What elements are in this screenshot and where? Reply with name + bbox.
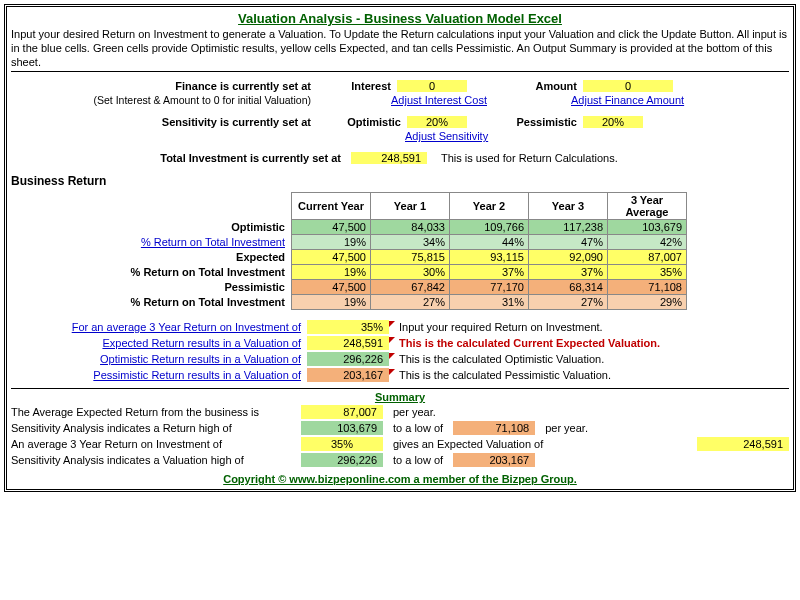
returns-table: Current YearYear 1Year 2Year 33 Year Ave… (11, 192, 687, 310)
table-cell: 92,090 (529, 250, 608, 265)
optimistic-label: Optimistic (311, 116, 407, 128)
table-cell: 44% (450, 235, 529, 250)
table-cell: 19% (292, 265, 371, 280)
table-cell: 37% (529, 265, 608, 280)
table-header: Year 3 (529, 193, 608, 220)
valuation-link[interactable]: Pessimistic Return results in a Valuatio… (93, 369, 301, 381)
valuation-value: 248,591 (307, 336, 389, 350)
valuation-note: This is the calculated Current Expected … (397, 337, 660, 349)
valuation-value: 296,226 (307, 352, 389, 366)
comment-indicator-icon (389, 369, 397, 381)
table-cell: 35% (608, 265, 687, 280)
summary-text: per year. (383, 406, 436, 418)
table-cell: 19% (292, 235, 371, 250)
summary-line: An average 3 Year Return on Investment o… (11, 438, 301, 450)
table-cell: 42% (608, 235, 687, 250)
table-header: Year 2 (450, 193, 529, 220)
pessimistic-label: Pessimistic (467, 116, 583, 128)
valuation-value: 35% (307, 320, 389, 334)
table-cell: 47,500 (292, 250, 371, 265)
investment-note: This is used for Return Calculations. (441, 152, 618, 164)
table-cell: 30% (371, 265, 450, 280)
optimistic-value[interactable]: 20% (407, 116, 467, 128)
table-cell: 47,500 (292, 220, 371, 235)
pessimistic-value[interactable]: 20% (583, 116, 643, 128)
table-cell: 67,842 (371, 280, 450, 295)
investment-label: Total Investment is currently set at (11, 152, 341, 164)
valuation-link[interactable]: Optimistic Return results in a Valuation… (100, 353, 301, 365)
table-header: Year 1 (371, 193, 450, 220)
copyright-text: Copyright © www.bizpeponline.com a membe… (11, 473, 789, 485)
summary-text: per year. (535, 422, 588, 434)
summary-text: gives an Expected Valuation of (383, 438, 553, 450)
investment-value[interactable]: 248,591 (351, 152, 427, 164)
table-cell: 31% (450, 295, 529, 310)
return-row-label: Optimistic (231, 221, 285, 233)
finance-label: Finance is currently set at (11, 80, 311, 92)
adjust-amount-link[interactable]: Adjust Finance Amount (571, 94, 684, 106)
table-cell: 29% (608, 295, 687, 310)
summary-value: 296,226 (301, 453, 383, 467)
summary-header: Summary (11, 388, 789, 403)
comment-indicator-icon (389, 321, 397, 333)
table-cell: 34% (371, 235, 450, 250)
table-cell: 84,033 (371, 220, 450, 235)
valuation-note: Input your required Return on Investment… (397, 321, 603, 333)
instructions-text: Input your desired Return on Investment … (11, 28, 789, 72)
summary-line: Sensitivity Analysis indicates a Valuati… (11, 454, 301, 466)
amount-value[interactable]: 0 (583, 80, 673, 92)
table-cell: 103,679 (608, 220, 687, 235)
page-title: Valuation Analysis - Business Valuation … (11, 9, 789, 28)
valuation-link[interactable]: Expected Return results in a Valuation o… (102, 337, 301, 349)
return-row-label: Pessimistic (224, 281, 285, 293)
summary-value: 71,108 (453, 421, 535, 435)
summary-value: 203,167 (453, 453, 535, 467)
summary-line: The Average Expected Return from the bus… (11, 406, 301, 418)
return-row-label: Expected (236, 251, 285, 263)
finance-hint: (Set Interest & Amount to 0 for initial … (11, 94, 311, 106)
summary-value: 87,007 (301, 405, 383, 419)
comment-indicator-icon (389, 337, 397, 349)
table-header: 3 Year Average (608, 193, 687, 220)
table-cell: 93,115 (450, 250, 529, 265)
return-row-link[interactable]: % Return on Total Investment (141, 236, 285, 248)
interest-value[interactable]: 0 (397, 80, 467, 92)
adjust-interest-link[interactable]: Adjust Interest Cost (391, 94, 487, 106)
return-row-label: % Return on Total Investment (131, 266, 285, 278)
valuation-link[interactable]: For an average 3 Year Return on Investme… (72, 321, 301, 333)
comment-indicator-icon (389, 353, 397, 365)
table-cell: 37% (450, 265, 529, 280)
table-cell: 71,108 (608, 280, 687, 295)
sensitivity-label: Sensitivity is currently set at (11, 116, 311, 128)
valuation-value: 203,167 (307, 368, 389, 382)
interest-label: Interest (311, 80, 397, 92)
table-header: Current Year (292, 193, 371, 220)
table-cell: 47% (529, 235, 608, 250)
table-cell: 19% (292, 295, 371, 310)
table-cell: 68,314 (529, 280, 608, 295)
summary-text: to a low of (383, 454, 453, 466)
table-cell: 77,170 (450, 280, 529, 295)
table-cell: 109,766 (450, 220, 529, 235)
table-cell: 27% (529, 295, 608, 310)
valuation-note: This is the calculated Pessimistic Valua… (397, 369, 611, 381)
summary-value: 248,591 (697, 437, 789, 451)
summary-text: to a low of (383, 422, 453, 434)
valuation-note: This is the calculated Optimistic Valuat… (397, 353, 604, 365)
table-cell: 117,238 (529, 220, 608, 235)
business-return-header: Business Return (11, 174, 789, 188)
table-cell: 47,500 (292, 280, 371, 295)
summary-value: 103,679 (301, 421, 383, 435)
amount-label: Amount (467, 80, 583, 92)
table-cell: 27% (371, 295, 450, 310)
table-cell: 87,007 (608, 250, 687, 265)
summary-line: Sensitivity Analysis indicates a Return … (11, 422, 301, 434)
return-row-label: % Return on Total Investment (131, 296, 285, 308)
table-cell: 75,815 (371, 250, 450, 265)
adjust-sensitivity-link[interactable]: Adjust Sensitivity (405, 130, 488, 142)
summary-value: 35% (301, 437, 383, 451)
